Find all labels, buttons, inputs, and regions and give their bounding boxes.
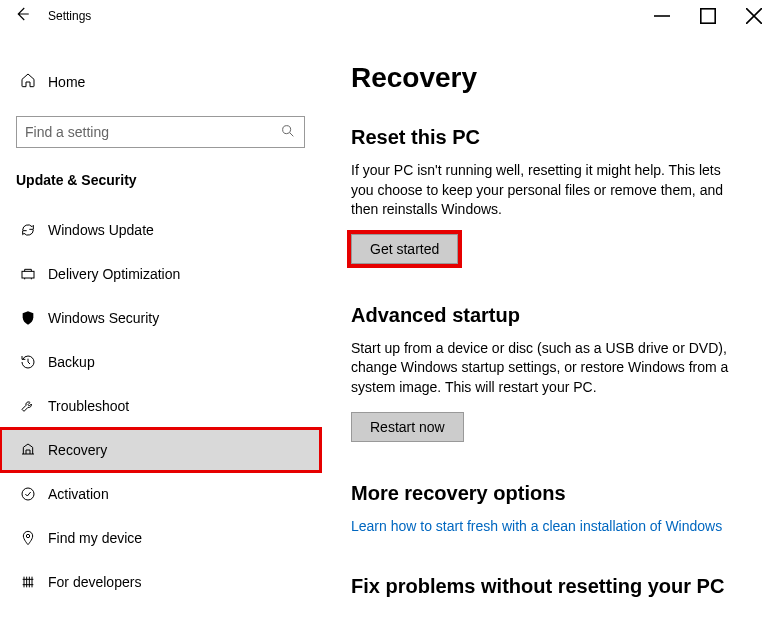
window-title: Settings (48, 9, 91, 23)
nav-label: Delivery Optimization (48, 266, 180, 282)
history-icon (20, 354, 48, 370)
developers-icon (20, 574, 48, 590)
close-button[interactable] (731, 0, 777, 32)
category-header: Update & Security (16, 172, 321, 188)
reset-pc-section: Reset this PC If your PC isn't running w… (351, 126, 747, 264)
advanced-body: Start up from a device or disc (such as … (351, 339, 747, 398)
home-label: Home (48, 74, 85, 90)
reset-heading: Reset this PC (351, 126, 747, 149)
home-nav[interactable]: Home (0, 60, 321, 104)
more-recovery-section: More recovery options Learn how to start… (351, 482, 747, 535)
sidebar-item-windows-security[interactable]: Windows Security (0, 296, 321, 340)
nav-label: Find my device (48, 530, 142, 546)
close-icon (746, 8, 762, 24)
sidebar-item-recovery[interactable]: Recovery (0, 428, 321, 472)
page-title: Recovery (351, 62, 747, 94)
shield-icon (20, 310, 48, 326)
svg-rect-0 (701, 9, 715, 23)
sidebar-item-backup[interactable]: Backup (0, 340, 321, 384)
advanced-startup-section: Advanced startup Start up from a device … (351, 304, 747, 442)
nav-list: Windows Update Delivery Optimization Win… (0, 208, 321, 604)
minimize-icon (654, 8, 670, 24)
maximize-icon (700, 8, 716, 24)
sidebar: Home Find a setting Update & Security Wi… (0, 32, 321, 634)
nav-label: Backup (48, 354, 95, 370)
arrow-left-icon (13, 5, 31, 23)
titlebar: Settings (0, 0, 777, 32)
content-area: Home Find a setting Update & Security Wi… (0, 32, 777, 634)
sidebar-item-troubleshoot[interactable]: Troubleshoot (0, 384, 321, 428)
wrench-icon (20, 398, 48, 414)
sync-icon (20, 222, 48, 238)
check-circle-icon (20, 486, 48, 502)
nav-label: Windows Security (48, 310, 159, 326)
sidebar-item-delivery-optimization[interactable]: Delivery Optimization (0, 252, 321, 296)
minimize-button[interactable] (639, 0, 685, 32)
recovery-icon (20, 442, 48, 458)
delivery-icon (20, 266, 48, 282)
sidebar-item-activation[interactable]: Activation (0, 472, 321, 516)
svg-point-4 (26, 534, 29, 537)
home-icon (20, 72, 48, 92)
sidebar-item-find-my-device[interactable]: Find my device (0, 516, 321, 560)
maximize-button[interactable] (685, 0, 731, 32)
search-icon (280, 123, 296, 142)
nav-label: Activation (48, 486, 109, 502)
search-placeholder: Find a setting (25, 124, 280, 140)
svg-point-3 (22, 488, 34, 500)
nav-label: Troubleshoot (48, 398, 129, 414)
svg-point-1 (283, 125, 291, 133)
nav-label: Windows Update (48, 222, 154, 238)
sidebar-item-windows-update[interactable]: Windows Update (0, 208, 321, 252)
nav-label: For developers (48, 574, 141, 590)
fix-problems-section: Fix problems without resetting your PC (351, 575, 747, 598)
sidebar-item-for-developers[interactable]: For developers (0, 560, 321, 604)
get-started-button[interactable]: Get started (351, 234, 458, 264)
back-button[interactable] (0, 5, 44, 27)
main-content: Recovery Reset this PC If your PC isn't … (321, 32, 777, 634)
settings-window: Settings Home Find a setting Update & Se… (0, 0, 777, 634)
clean-install-link[interactable]: Learn how to start fresh with a clean in… (351, 518, 722, 534)
location-icon (20, 530, 48, 546)
fix-heading: Fix problems without resetting your PC (351, 575, 747, 598)
more-heading: More recovery options (351, 482, 747, 505)
advanced-heading: Advanced startup (351, 304, 747, 327)
reset-body: If your PC isn't running well, resetting… (351, 161, 747, 220)
nav-label: Recovery (48, 442, 107, 458)
restart-now-button[interactable]: Restart now (351, 412, 464, 442)
svg-rect-2 (22, 271, 34, 278)
search-input[interactable]: Find a setting (16, 116, 305, 148)
